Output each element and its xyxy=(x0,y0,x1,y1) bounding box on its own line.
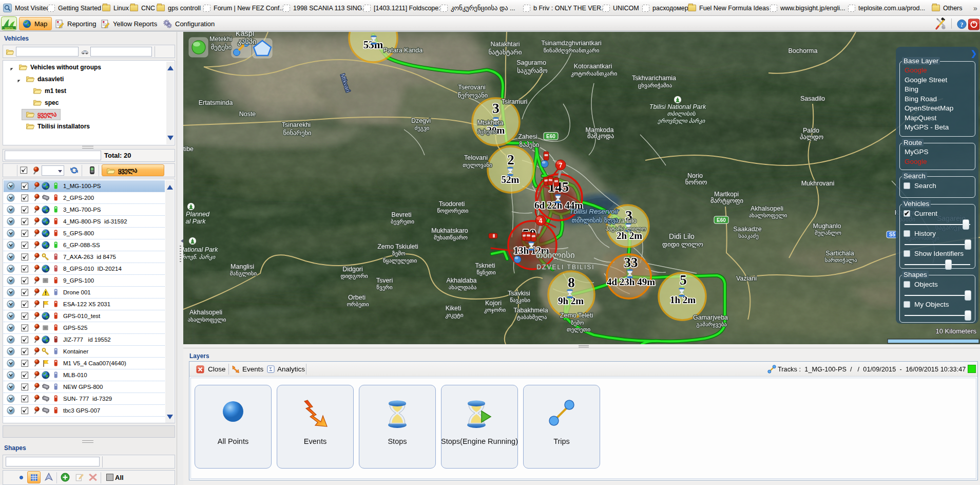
svg-text:Mughanlo: Mughanlo xyxy=(813,222,841,230)
svg-text:?: ? xyxy=(960,21,964,28)
svg-text:Tserovani: Tserovani xyxy=(458,84,486,91)
svg-text:Didgori: Didgori xyxy=(342,266,363,273)
svg-text:Mtskheta: Mtskheta xyxy=(477,119,504,126)
svg-text:Tsinamdzghvriantkari: Tsinamdzghvriantkari xyxy=(541,40,601,47)
svg-text:წინარეხი: წინარეხი xyxy=(283,129,311,137)
svg-text:Σ: Σ xyxy=(270,366,273,372)
svg-text:სააკაძე: სააკაძე xyxy=(738,233,758,239)
svg-text:კასპი: კასპი xyxy=(237,38,256,46)
svg-text:Sasadilo: Sasadilo xyxy=(800,95,825,102)
svg-text:ბევრეთი: ბევრეთი xyxy=(391,218,414,225)
svg-text:Patara Kanda: Patara Kanda xyxy=(383,47,422,54)
svg-text:E60: E60 xyxy=(717,217,726,223)
svg-text:Zemo Tskiuleti: Zemo Tskiuleti xyxy=(377,243,418,250)
svg-text:მანგლისი: მანგლისი xyxy=(230,270,257,277)
svg-text:Tsiramuri: Tsiramuri xyxy=(502,98,528,105)
svg-text:National Park: National Park xyxy=(183,246,218,253)
svg-text:ძეგვი: ძეგვი xyxy=(414,125,429,132)
svg-text:WISOL: WISOL xyxy=(5,26,14,29)
svg-text:მუხათწყარო: მუხათწყარო xyxy=(434,234,468,241)
svg-text:Mukhatskaro: Mukhatskaro xyxy=(431,227,468,234)
svg-text:Kaspi: Kaspi xyxy=(236,32,254,38)
svg-text:ცხვარიჭამია: ცხვარიჭამია xyxy=(638,82,672,89)
svg-text:თელეთი: თელეთი xyxy=(567,326,590,333)
svg-text:გამარჯვება: გამარჯვება xyxy=(696,321,727,328)
svg-text:4: 4 xyxy=(539,217,543,225)
svg-text:S5: S5 xyxy=(889,232,896,237)
svg-text:თბილისის: თბილისის xyxy=(667,110,696,117)
svg-text:კიკეტი: კიკეტი xyxy=(445,312,464,319)
svg-text:Paldo: Paldo xyxy=(803,127,819,134)
svg-text:მეტეხი: მეტეხი xyxy=(211,44,232,51)
svg-text:ზემო: ზემო xyxy=(392,250,406,257)
svg-text:2: 2 xyxy=(507,152,514,167)
svg-text:Bevreti: Bevreti xyxy=(392,211,412,218)
svg-text:Sartichala: Sartichala xyxy=(825,250,854,257)
svg-text:Akhalsopeli: Akhalsopeli xyxy=(751,205,783,212)
svg-text:ტაბახმელა: ტაბახმელა xyxy=(517,314,547,321)
svg-text:Saakadze: Saakadze xyxy=(733,226,762,233)
svg-text:წეროვანი: წეროვანი xyxy=(458,92,488,99)
svg-text:Zahesi: Zahesi xyxy=(518,133,537,140)
svg-text:Norio: Norio xyxy=(687,172,703,179)
svg-text:თბილისის ზღვა: თბილისის ზღვა xyxy=(572,217,619,224)
svg-text:კოჯორი: კოჯორი xyxy=(484,307,506,313)
svg-text:მამკოდა: მამკოდა xyxy=(587,133,614,140)
svg-text:საგურამო: საგურამო xyxy=(517,67,547,74)
svg-text:მცხეთა: მცხეთა xyxy=(477,128,497,135)
svg-text:Orbeti: Orbeti xyxy=(348,294,366,301)
svg-text:ზემო: ზემო xyxy=(571,320,584,326)
svg-text:al Park: al Park xyxy=(186,218,206,225)
svg-text:Tbilisi Reservoir: Tbilisi Reservoir xyxy=(569,208,619,215)
svg-text:33: 33 xyxy=(624,255,638,270)
svg-text:Tbilisi National Park: Tbilisi National Park xyxy=(649,103,706,110)
svg-text:სართიჭალა: სართიჭალა xyxy=(824,257,857,264)
svg-text:მუღანლო: მუღანლო xyxy=(815,230,841,236)
svg-text:წოდორეთი: წოდორეთი xyxy=(437,208,469,214)
svg-text:პალდო: პალდო xyxy=(800,134,823,141)
svg-text:ორბეთი: ორბეთი xyxy=(347,301,369,308)
svg-text:წავკისი: წავკისი xyxy=(510,297,530,304)
svg-text:Kotoraantkari: Kotoraantkari xyxy=(574,63,612,70)
svg-text:ახალსოფელი: ახალსოფელი xyxy=(748,212,787,219)
svg-text:წვერი: წვერი xyxy=(376,284,393,291)
svg-text:Didi Lilo: Didi Lilo xyxy=(669,232,695,240)
svg-text:Tsodoreti: Tsodoreti xyxy=(439,200,465,208)
svg-text:Martkopi: Martkopi xyxy=(714,191,739,198)
svg-text:თბილისი: თბილისი xyxy=(536,250,575,260)
svg-text:პატარა ლილო: პატარა ლილო xyxy=(605,226,646,232)
svg-text:Mukhrovani: Mukhrovani xyxy=(801,180,835,187)
svg-text:Noste: Noste xyxy=(239,110,256,118)
svg-text:დიდი ლილო: დიდი ლილო xyxy=(662,241,703,248)
svg-text:Akhaldaba: Akhaldaba xyxy=(446,277,476,284)
svg-text:Manglisi: Manglisi xyxy=(230,263,254,270)
svg-text:თელოვანი: თელოვანი xyxy=(463,162,492,169)
svg-text:Tsavkisi: Tsavkisi xyxy=(508,290,530,297)
svg-text:Ertatsminda: Ertatsminda xyxy=(199,99,233,106)
svg-text:Telovani: Telovani xyxy=(464,154,488,161)
svg-text:Tskneti: Tskneti xyxy=(475,262,495,269)
svg-text:Akhalsopeli: Akhalsopeli xyxy=(189,309,222,316)
svg-text:Metekhi: Metekhi xyxy=(209,35,232,43)
svg-text:Gamarjveba: Gamarjveba xyxy=(693,314,728,321)
svg-text:5: 5 xyxy=(680,272,687,288)
svg-text:DZVELI TBILISI: DZVELI TBILISI xyxy=(536,264,594,271)
svg-text:7: 7 xyxy=(559,162,563,169)
svg-text:Planned: Planned xyxy=(186,211,210,218)
svg-text:Tsinarekhi: Tsinarekhi xyxy=(282,121,311,128)
svg-text:Bochorma: Bochorma xyxy=(789,47,818,54)
svg-text:tibe: tibe xyxy=(183,145,194,153)
svg-text:Natakhtari: Natakhtari xyxy=(491,41,520,48)
svg-text:E60: E60 xyxy=(546,134,555,139)
svg-text:ახალსოფელი: ახალსოფელი xyxy=(187,316,226,323)
svg-text:Kojori: Kojori xyxy=(485,300,502,307)
svg-text:10 Kilometers: 10 Kilometers xyxy=(936,327,977,335)
svg-text:ეროვნული პარკი: ეროვნული პარკი xyxy=(657,118,705,124)
svg-text:ზაჰესი: ზაჰესი xyxy=(520,141,539,148)
svg-text:ახალდაბა: ახალდაბა xyxy=(449,284,477,291)
svg-text:Tskhvarichamia: Tskhvarichamia xyxy=(632,74,676,82)
svg-text:წინამძღვრიანთკარი: წინამძღვრიანთკარი xyxy=(544,47,600,54)
svg-text:კოტორაანთკარი: კოტორაანთკარი xyxy=(571,70,618,77)
svg-text:ნორიო: ნორიო xyxy=(685,179,707,186)
svg-text:Saguramo: Saguramo xyxy=(516,59,546,66)
